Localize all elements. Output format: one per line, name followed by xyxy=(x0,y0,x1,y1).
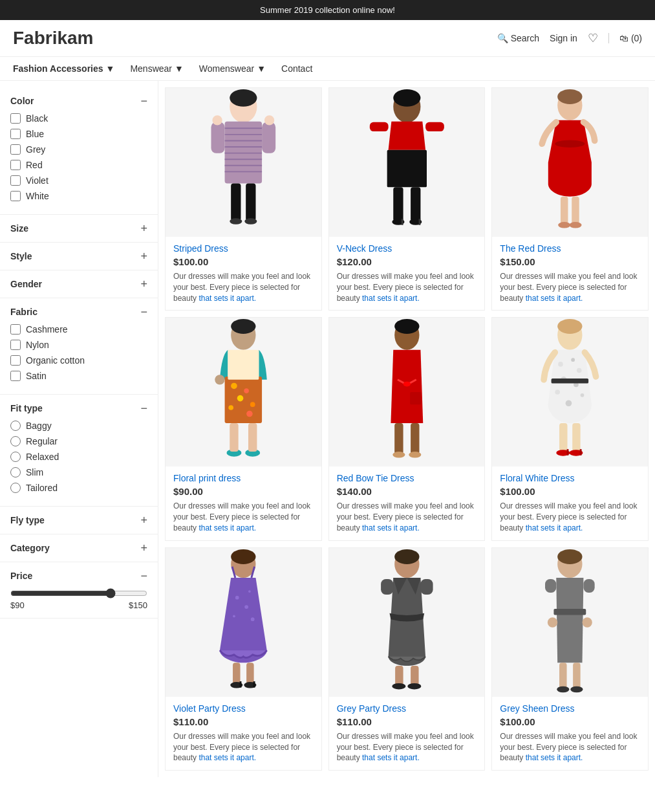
product-name-striped-dress[interactable]: Striped Dress xyxy=(173,243,314,254)
nav-item-contact[interactable]: Contact xyxy=(281,63,312,74)
fabric-option-cashmere[interactable]: Cashmere xyxy=(10,324,147,335)
filter-category-title: Category xyxy=(10,543,50,553)
svg-point-16 xyxy=(244,218,257,225)
heart-icon: ♡ xyxy=(588,32,598,45)
filter-color-header[interactable]: Color − xyxy=(10,95,147,107)
nav-item-womenswear[interactable]: Womenswear ▼ xyxy=(199,63,266,74)
svg-rect-34 xyxy=(561,197,568,225)
svg-point-59 xyxy=(392,452,405,458)
product-price-bowtie-dress: $140.00 xyxy=(337,486,477,497)
svg-point-33 xyxy=(555,140,585,148)
color-option-grey[interactable]: Grey xyxy=(10,144,147,155)
logo[interactable]: Fabrikam xyxy=(13,28,497,49)
svg-point-41 xyxy=(231,383,237,390)
fit-option-baggy[interactable]: Baggy xyxy=(10,421,147,431)
product-card-grey-sheen-dress[interactable]: Grey Sheen Dress $100.00 Our dresses wil… xyxy=(491,547,649,771)
product-name-white-dress[interactable]: Floral White Dress xyxy=(500,473,640,483)
cart-button[interactable]: 🛍 (0) xyxy=(608,33,642,43)
fit-radio-slim[interactable] xyxy=(10,467,21,477)
fabric-checkbox-nylon[interactable] xyxy=(10,340,21,350)
product-card-vneck-dress[interactable]: V-Neck Dress $120.00 Our dresses will ma… xyxy=(328,87,486,311)
color-checkbox-red[interactable] xyxy=(10,160,21,170)
color-option-violet[interactable]: Violet xyxy=(10,175,147,186)
filter-fabric-header[interactable]: Fabric − xyxy=(10,306,147,318)
color-option-white[interactable]: White xyxy=(10,191,147,201)
product-card-violet-dress[interactable]: Violet Party Dress $110.00 Our dresses w… xyxy=(165,547,322,771)
fabric-checkbox-satin[interactable] xyxy=(10,371,21,381)
color-checkbox-violet[interactable] xyxy=(10,175,21,186)
product-desc-violet-dress: Our dresses will make you feel and look … xyxy=(173,731,314,763)
product-info-floral-dress: Floral print dress $90.00 Our dresses wi… xyxy=(166,466,321,540)
product-name-bowtie-dress[interactable]: Red Bow Tie Dress xyxy=(337,473,477,483)
fit-radio-tailored[interactable] xyxy=(10,483,21,493)
fabric-option-nylon[interactable]: Nylon xyxy=(10,340,147,350)
price-collapse-icon: − xyxy=(140,570,147,582)
nav-item-fashion-accessories[interactable]: Fashion Accessories ▼ xyxy=(13,63,114,74)
price-range-labels: $90 $150 xyxy=(10,600,147,610)
color-checkbox-grey[interactable] xyxy=(10,144,21,155)
size-expand-icon: + xyxy=(140,223,147,234)
product-image-red-dress xyxy=(492,88,648,237)
fit-option-relaxed[interactable]: Relaxed xyxy=(10,452,147,462)
product-card-striped-dress[interactable]: Striped Dress $100.00 Our dresses will m… xyxy=(165,87,322,311)
product-name-red-dress[interactable]: The Red Dress xyxy=(500,243,640,254)
product-card-grey-party-dress[interactable]: Grey Party Dress $110.00 Our dresses wil… xyxy=(328,547,486,771)
product-name-violet-dress[interactable]: Violet Party Dress xyxy=(173,703,314,714)
color-checkbox-white[interactable] xyxy=(10,191,21,201)
filter-fly-header[interactable]: Fly type + xyxy=(10,514,147,526)
product-name-vneck-dress[interactable]: V-Neck Dress xyxy=(337,243,477,254)
color-option-black[interactable]: Black xyxy=(10,113,147,124)
product-image-vneck-dress xyxy=(329,88,485,237)
product-info-striped-dress: Striped Dress $100.00 Our dresses will m… xyxy=(166,237,321,310)
fit-collapse-icon: − xyxy=(140,402,147,414)
product-info-bowtie-dress: Red Bow Tie Dress $140.00 Our dresses wi… xyxy=(329,466,485,540)
fabric-checkbox-cashmere[interactable] xyxy=(10,324,21,335)
fit-option-tailored[interactable]: Tailored xyxy=(10,483,147,493)
product-name-grey-sheen-dress[interactable]: Grey Sheen Dress xyxy=(500,703,640,714)
product-name-grey-party-dress[interactable]: Grey Party Dress xyxy=(337,703,477,714)
fabric-option-satin[interactable]: Satin xyxy=(10,371,147,381)
svg-marker-21 xyxy=(388,122,425,150)
filter-price-header[interactable]: Price − xyxy=(10,570,147,582)
svg-rect-77 xyxy=(580,450,582,456)
color-checkbox-black[interactable] xyxy=(10,113,21,124)
fit-option-slim[interactable]: Slim xyxy=(10,467,147,477)
filter-fit-header[interactable]: Fit type − xyxy=(10,402,147,414)
svg-point-1 xyxy=(230,89,257,107)
header-actions: 🔍 Search Sign in ♡ 🛍 (0) xyxy=(497,31,642,45)
filter-category-header[interactable]: Category + xyxy=(10,542,147,554)
product-image-floral-dress xyxy=(166,318,321,466)
price-slider-container: $90 $150 xyxy=(10,588,147,610)
price-range-slider[interactable] xyxy=(10,588,147,598)
fly-expand-icon: + xyxy=(140,514,147,526)
svg-rect-50 xyxy=(230,423,238,452)
nav-item-menswear[interactable]: Menswear ▼ xyxy=(130,63,183,74)
fabric-option-organic-cotton[interactable]: Organic cotton xyxy=(10,355,147,366)
product-card-red-dress[interactable]: The Red Dress $150.00 Our dresses will m… xyxy=(491,87,649,311)
signin-button[interactable]: Sign in xyxy=(550,33,577,43)
wishlist-button[interactable]: ♡ xyxy=(588,31,598,45)
fabric-checkbox-organic-cotton[interactable] xyxy=(10,355,21,366)
product-desc-striped-dress: Our dresses will make you feel and look … xyxy=(173,271,314,303)
fit-radio-regular[interactable] xyxy=(10,436,21,446)
product-card-floral-dress[interactable]: Floral print dress $90.00 Our dresses wi… xyxy=(165,317,322,540)
fit-option-regular[interactable]: Regular xyxy=(10,436,147,446)
fit-radio-baggy[interactable] xyxy=(10,421,21,431)
search-button[interactable]: 🔍 Search xyxy=(497,33,539,43)
color-option-red[interactable]: Red xyxy=(10,160,147,170)
svg-point-69 xyxy=(581,393,585,397)
product-name-floral-dress[interactable]: Floral print dress xyxy=(173,473,314,483)
product-card-white-dress[interactable]: Floral White Dress $100.00 Our dresses w… xyxy=(491,317,649,540)
color-checkbox-blue[interactable] xyxy=(10,129,21,139)
fit-radio-relaxed[interactable] xyxy=(10,452,21,462)
svg-rect-14 xyxy=(246,184,255,221)
svg-point-39 xyxy=(231,319,255,334)
color-collapse-icon: − xyxy=(140,95,147,107)
filter-style-header[interactable]: Style + xyxy=(10,250,147,262)
filter-size-header[interactable]: Size + xyxy=(10,223,147,234)
filter-fly-title: Fly type xyxy=(10,515,45,525)
color-option-blue[interactable]: Blue xyxy=(10,129,147,139)
product-card-bowtie-dress[interactable]: Red Bow Tie Dress $140.00 Our dresses wi… xyxy=(328,317,486,540)
category-expand-icon: + xyxy=(140,542,147,554)
filter-gender-header[interactable]: Gender + xyxy=(10,278,147,290)
